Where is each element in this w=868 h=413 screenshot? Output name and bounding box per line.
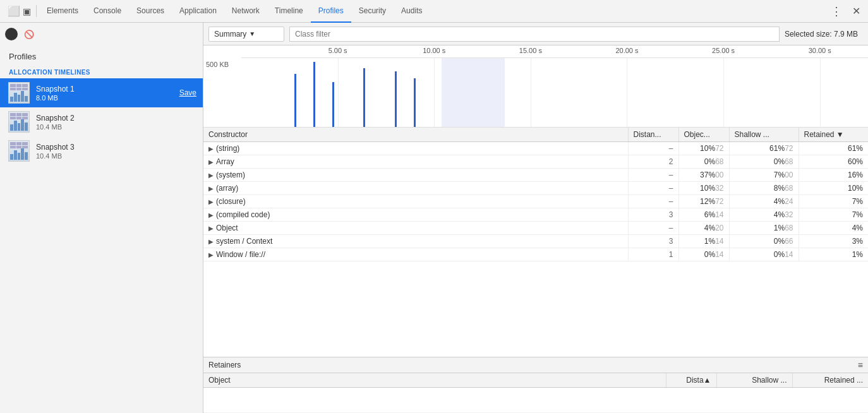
timeline-content: 5.00 s10.00 s15.00 s20.00 s25.00 s30.00 … bbox=[241, 45, 868, 127]
snapshot-item-1[interactable]: Snapshot 1 8.0 MB Save bbox=[0, 78, 203, 107]
inspect-icon[interactable]: ▣ bbox=[23, 6, 31, 16]
timeline-gridline-2 bbox=[531, 58, 531, 127]
timeline-shade bbox=[442, 58, 504, 127]
table-row[interactable]: ▶Window / file:// 1 0%14 0%14 1% bbox=[203, 248, 868, 261]
cell-distance: 3 bbox=[628, 235, 678, 248]
table-row[interactable]: ▶system / Context 3 1%14 0%66 3% bbox=[203, 235, 868, 248]
snapshot-info-2: Snapshot 2 10.4 MB bbox=[36, 114, 196, 131]
th-objects[interactable]: Objec... bbox=[678, 128, 729, 142]
snapshot-size-3: 10.4 MB bbox=[36, 152, 196, 160]
tab-network[interactable]: Network bbox=[224, 0, 267, 23]
cell-distance: – bbox=[628, 169, 678, 182]
th-retained[interactable]: Retained ▼ bbox=[799, 128, 868, 142]
timeline-x-label-0: 5.00 s bbox=[329, 47, 347, 54]
tab-sources[interactable]: Sources bbox=[129, 0, 172, 23]
main-layout: 🚫 Profiles ALLOCATION TIMELINES bbox=[0, 23, 868, 413]
cell-distance: 1 bbox=[628, 248, 678, 261]
record-button[interactable] bbox=[5, 28, 18, 40]
cell-distance: 3 bbox=[628, 208, 678, 222]
cell-retained: 7% bbox=[799, 195, 868, 208]
cell-constructor: ▶(closure) bbox=[203, 195, 628, 208]
class-filter-input[interactable] bbox=[289, 27, 780, 42]
data-table-container: Constructor Distan... Objec... Shallow .… bbox=[203, 128, 868, 357]
cell-shallow: 0%66 bbox=[729, 235, 799, 248]
sidebar: 🚫 Profiles ALLOCATION TIMELINES bbox=[0, 23, 203, 413]
devtools-tabbar: ⬜ ▣ Elements Console Sources Application… bbox=[0, 0, 868, 23]
cell-objects: 1%14 bbox=[678, 235, 729, 248]
timeline-bar-3 bbox=[363, 68, 365, 127]
tab-elements[interactable]: Elements bbox=[39, 0, 86, 23]
cell-constructor: ▶system / Context bbox=[203, 235, 628, 248]
cell-distance: – bbox=[628, 195, 678, 208]
timeline-chart[interactable]: 500 KB 5.00 s10.00 s15.00 s20.00 s25.00 … bbox=[203, 45, 868, 128]
save-snapshot-button[interactable]: Save bbox=[179, 88, 196, 97]
timeline-gridline-5 bbox=[820, 58, 821, 127]
cell-objects: 6%14 bbox=[678, 208, 729, 222]
timeline-x-label-1: 10.00 s bbox=[423, 47, 445, 54]
th-ret-object[interactable]: Object bbox=[203, 373, 666, 388]
cell-retained: 7% bbox=[799, 208, 868, 222]
th-distance[interactable]: Distan... bbox=[628, 128, 678, 142]
timeline-bar-2 bbox=[332, 82, 334, 127]
table-row[interactable]: ▶Array 2 0%68 0%68 60% bbox=[203, 155, 868, 169]
cell-constructor: ▶(system) bbox=[203, 169, 628, 182]
tab-profiles[interactable]: Profiles bbox=[311, 0, 351, 23]
tab-application[interactable]: Application bbox=[172, 0, 224, 23]
timeline-bar-1 bbox=[313, 62, 315, 127]
retainers-header: Retainers ≡ bbox=[203, 357, 868, 373]
table-row[interactable]: ▶(system) – 37%00 7%00 16% bbox=[203, 169, 868, 182]
cell-objects: 0%14 bbox=[678, 248, 729, 261]
tab-console[interactable]: Console bbox=[86, 0, 129, 23]
timeline-x-label-2: 15.00 s bbox=[519, 47, 542, 54]
cell-retained: 61% bbox=[799, 142, 868, 155]
cell-shallow: 4%32 bbox=[729, 208, 799, 222]
cell-retained: 1% bbox=[799, 248, 868, 261]
timeline-x-label-3: 20.00 s bbox=[615, 47, 638, 54]
cell-objects: 37%00 bbox=[678, 169, 729, 182]
snapshot-item-2[interactable]: Snapshot 2 10.4 MB bbox=[0, 107, 203, 136]
snapshot-item-3[interactable]: Snapshot 3 10.4 MB bbox=[0, 136, 203, 165]
cell-objects: 12%72 bbox=[678, 195, 729, 208]
th-ret-distance[interactable]: Dista▲ bbox=[666, 373, 716, 388]
timeline-gridline-0 bbox=[338, 58, 339, 127]
cell-objects: 10%72 bbox=[678, 142, 729, 155]
retainers-section: Retainers ≡ Object Dista▲ Shallow ... Re… bbox=[203, 357, 868, 413]
snapshot-name-1: Snapshot 1 bbox=[36, 85, 173, 93]
th-constructor[interactable]: Constructor bbox=[203, 128, 628, 142]
cell-distance: 2 bbox=[628, 155, 678, 169]
table-row[interactable]: ▶(compiled code) 3 6%14 4%32 7% bbox=[203, 208, 868, 222]
table-row[interactable]: ▶(string) – 10%72 61%72 61% bbox=[203, 142, 868, 155]
sidebar-toolbar: 🚫 bbox=[0, 23, 203, 45]
snapshot-info-3: Snapshot 3 10.4 MB bbox=[36, 143, 196, 160]
snapshot-size-2: 10.4 MB bbox=[36, 123, 196, 131]
cell-constructor: ▶(string) bbox=[203, 142, 628, 155]
right-panel: Summary ▼ Selected size: 7.9 MB 500 KB 5… bbox=[203, 23, 868, 413]
summary-dropdown[interactable]: Summary ▼ bbox=[208, 27, 284, 42]
snapshot-size-1: 8.0 MB bbox=[36, 94, 173, 102]
selected-size-label: Selected size: 7.9 MB bbox=[785, 30, 863, 39]
cursor-icon[interactable]: ⬜ bbox=[8, 5, 20, 17]
tab-timeline[interactable]: Timeline bbox=[267, 0, 311, 23]
more-tabs-button[interactable]: ⋮ bbox=[826, 4, 847, 18]
table-row[interactable]: ▶(array) – 10%32 8%68 10% bbox=[203, 182, 868, 195]
th-ret-retained[interactable]: Retained ... bbox=[792, 373, 868, 388]
retainers-menu-icon[interactable]: ≡ bbox=[858, 360, 863, 370]
table-row[interactable]: ▶(closure) – 12%72 4%24 7% bbox=[203, 195, 868, 208]
snapshot-icon-1 bbox=[8, 82, 30, 104]
summary-label: Summary bbox=[214, 30, 246, 39]
table-row[interactable]: ▶Object – 4%20 1%68 4% bbox=[203, 222, 868, 235]
timeline-gridline-3 bbox=[627, 58, 627, 127]
cell-retained: 4% bbox=[799, 222, 868, 235]
tab-security[interactable]: Security bbox=[351, 0, 394, 23]
cell-shallow: 61%72 bbox=[729, 142, 799, 155]
timeline-bar-0 bbox=[294, 74, 296, 127]
close-devtools-button[interactable]: ✕ bbox=[847, 5, 865, 17]
th-shallow[interactable]: Shallow ... bbox=[729, 128, 799, 142]
stop-button[interactable]: 🚫 bbox=[21, 27, 37, 42]
cell-objects: 10%32 bbox=[678, 182, 729, 195]
toolbar-icons: ⬜ ▣ bbox=[3, 5, 37, 17]
tab-audits[interactable]: Audits bbox=[394, 0, 430, 23]
snapshot-icon-2 bbox=[8, 111, 30, 133]
th-ret-shallow[interactable]: Shallow ... bbox=[716, 373, 792, 388]
timeline-x-label-4: 25.00 s bbox=[712, 47, 735, 54]
